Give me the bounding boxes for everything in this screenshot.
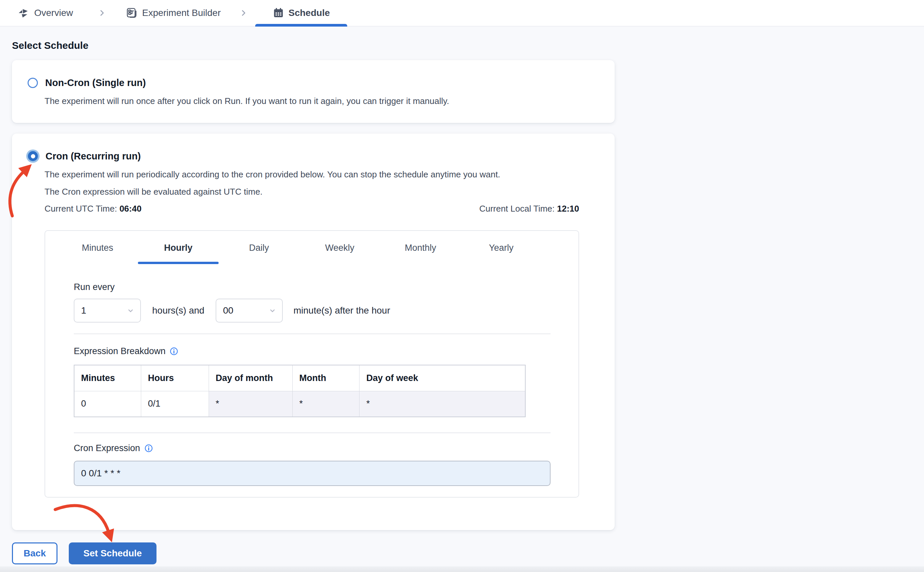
non-cron-option-card: Non-Cron (Single run) The experiment wil… <box>12 60 614 123</box>
set-schedule-button[interactable]: Set Schedule <box>69 542 157 564</box>
tab-weekly[interactable]: Weekly <box>299 231 380 265</box>
hours-suffix-text: hours(s) and <box>152 305 204 316</box>
cell-day-of-month: * <box>209 391 293 417</box>
info-icon[interactable] <box>144 444 153 453</box>
chevron-down-icon <box>126 306 135 315</box>
col-header-minutes: Minutes <box>74 365 141 391</box>
minutes-select[interactable]: 00 <box>216 298 283 323</box>
pinwheel-logo-icon <box>18 7 30 19</box>
utc-time-value: 06:40 <box>119 204 142 214</box>
non-cron-description: The experiment will run once after you c… <box>45 96 449 106</box>
tab-hourly[interactable]: Hourly <box>138 231 219 265</box>
expression-breakdown-table: Minutes Hours Day of month Month Day of … <box>74 365 526 417</box>
minutes-suffix-text: minute(s) after the hour <box>293 305 390 316</box>
breadcrumb-item-schedule-active[interactable]: Schedule <box>255 0 347 26</box>
chevron-right-icon <box>98 9 106 17</box>
breadcrumb: Overview Experiment Builder <box>0 0 924 26</box>
tab-yearly[interactable]: Yearly <box>461 231 541 265</box>
cron-option-card: Cron (Recurring run) The experiment will… <box>12 134 614 530</box>
cell-minutes: 0 <box>74 391 141 417</box>
cron-scheduler-panel: Minutes Hourly Daily Weekly Monthly Year… <box>45 230 579 497</box>
table-header-row: Minutes Hours Day of month Month Day of … <box>74 365 525 391</box>
cron-description-2: The Cron expression will be evaluated ag… <box>45 187 263 197</box>
chevron-down-icon <box>268 306 277 315</box>
non-cron-radio-row[interactable]: Non-Cron (Single run) <box>28 78 146 89</box>
col-header-day-of-month: Day of month <box>209 365 293 391</box>
breadcrumb-label: Schedule <box>288 8 330 18</box>
back-button[interactable]: Back <box>12 542 58 564</box>
cron-description-1: The experiment will run periodically acc… <box>45 169 500 180</box>
frequency-tabs: Minutes Hourly Daily Weekly Monthly Year… <box>57 231 541 265</box>
current-local-time: Current Local Time: 12:10 <box>479 204 579 214</box>
chevron-right-icon <box>239 9 248 17</box>
expression-breakdown-label: Expression Breakdown <box>74 346 165 356</box>
current-times-row: Current UTC Time: 06:40 Current Local Ti… <box>45 204 579 214</box>
col-header-day-of-week: Day of week <box>359 365 525 391</box>
current-utc-time: Current UTC Time: 06:40 <box>45 204 142 214</box>
local-time-value: 12:10 <box>557 204 579 214</box>
cell-hours: 0/1 <box>141 391 209 417</box>
tab-daily[interactable]: Daily <box>219 231 299 265</box>
cron-title: Cron (Recurring run) <box>45 151 141 162</box>
radio-selected-icon[interactable] <box>26 149 39 163</box>
page-title: Select Schedule <box>12 40 89 51</box>
experiment-builder-icon <box>126 7 138 19</box>
hours-select-value: 1 <box>81 305 86 316</box>
schedule-page: Overview Experiment Builder <box>0 0 924 572</box>
active-tab-underline <box>255 24 347 26</box>
cell-month: * <box>292 391 359 417</box>
calendar-icon <box>272 7 285 19</box>
cron-expression-header: Cron Expression <box>74 443 153 454</box>
col-header-month: Month <box>292 365 359 391</box>
cell-day-of-week: * <box>359 391 525 417</box>
breadcrumb-label: Experiment Builder <box>142 8 221 18</box>
tab-minutes[interactable]: Minutes <box>57 231 138 265</box>
hours-select[interactable]: 1 <box>74 298 141 323</box>
breadcrumb-item-experiment-builder[interactable]: Experiment Builder <box>126 7 221 19</box>
cron-expression-input[interactable] <box>74 461 551 486</box>
breadcrumb-item-overview[interactable]: Overview <box>18 7 73 19</box>
radio-unselected-icon[interactable] <box>28 78 38 88</box>
active-tab-underline <box>138 262 219 264</box>
bottom-edge-strip <box>0 566 924 572</box>
info-icon[interactable] <box>170 347 179 356</box>
col-header-hours: Hours <box>141 365 209 391</box>
tab-monthly[interactable]: Monthly <box>380 231 461 265</box>
non-cron-title: Non-Cron (Single run) <box>45 78 146 89</box>
hourly-settings-row: 1 hours(s) and 00 minute(s) after the ho… <box>74 298 390 323</box>
expression-breakdown-header: Expression Breakdown <box>74 346 179 356</box>
run-every-label: Run every <box>74 282 115 292</box>
table-value-row: 0 0/1 * * * <box>74 391 525 417</box>
cron-expression-label: Cron Expression <box>74 443 140 454</box>
section-divider <box>74 432 551 433</box>
breadcrumb-label: Overview <box>34 8 73 18</box>
cron-radio-row[interactable]: Cron (Recurring run) <box>26 149 141 163</box>
minutes-select-value: 00 <box>223 305 233 316</box>
section-divider <box>74 334 551 334</box>
